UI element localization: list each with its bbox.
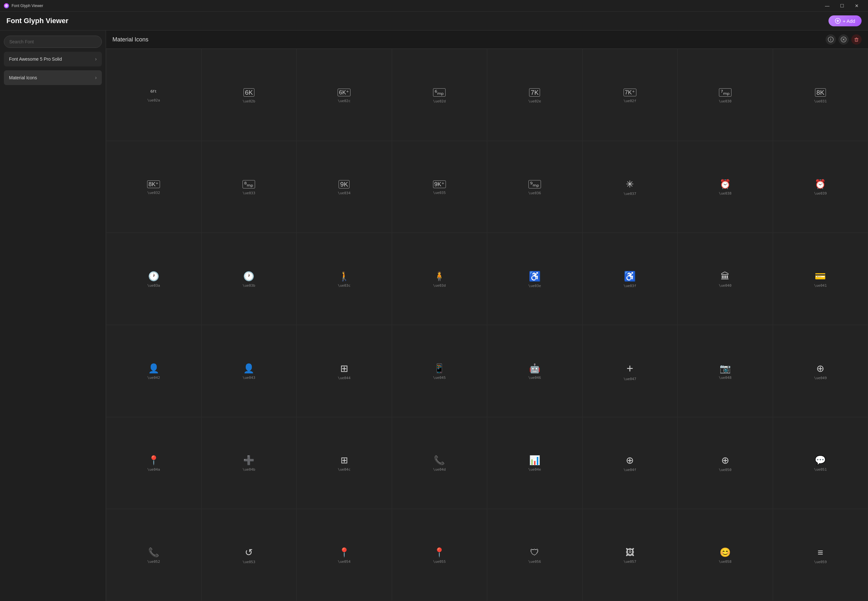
glyph-icon: 📞 (148, 548, 159, 557)
glyph-cell[interactable]: 🕐\ue03a (106, 233, 202, 325)
glyph-cell[interactable]: ⊕\ue049 (773, 325, 868, 417)
glyph-cell[interactable]: 📱\ue045 (392, 325, 487, 417)
glyph-cell[interactable]: 🖼\ue057 (582, 509, 678, 601)
glyph-cell[interactable]: ⏰\ue039 (773, 141, 868, 233)
glyph-cell[interactable]: ⏰\ue038 (677, 141, 773, 233)
glyph-icon: 7K (529, 88, 540, 97)
glyph-cell[interactable]: ⁶ₘₚ\ue02d (392, 49, 487, 141)
glyph-cell[interactable]: 7K\ue02e (487, 49, 582, 141)
glyph-cell[interactable]: ⁹ₘₚ\ue036 (487, 141, 582, 233)
glyph-code: \ue047 (623, 377, 636, 381)
glyph-cell[interactable]: ⁶ᶠᵗ\ue02a (106, 49, 202, 141)
glyph-cell[interactable]: 9K\ue034 (296, 141, 392, 233)
glyph-cell[interactable]: 6K\ue02b (202, 49, 297, 141)
glyph-cell[interactable]: ♿\ue03f (582, 233, 678, 325)
glyph-code: \ue02b (243, 99, 255, 104)
glyph-cell[interactable]: 📍\ue055 (392, 509, 487, 601)
glyph-icon: 📊 (529, 456, 540, 465)
glyph-cell[interactable]: 📍\ue054 (296, 509, 392, 601)
glyph-cell[interactable]: ⁸ₘₚ\ue033 (202, 141, 297, 233)
add-button[interactable]: + Add (828, 15, 862, 26)
dismiss-button[interactable] (839, 34, 849, 45)
glyph-icon: 🤖 (529, 364, 540, 373)
glyph-cell[interactable]: 9K⁺\ue035 (392, 141, 487, 233)
glyph-icon: ⊕ (816, 364, 824, 374)
glyph-cell[interactable]: 📍\ue04a (106, 417, 202, 509)
sidebar-item-font-awesome[interactable]: Font Awesome 5 Pro Solid › (4, 52, 102, 66)
glyph-cell[interactable]: 📞\ue04d (392, 417, 487, 509)
glyph-icon: 📱 (434, 364, 445, 373)
glyph-code: \ue054 (338, 560, 350, 564)
title-bar: Font Glyph Viewer — ☐ ✕ (0, 0, 868, 12)
glyph-cell[interactable]: 😊\ue058 (677, 509, 773, 601)
glyph-cell[interactable]: +\ue047 (582, 325, 678, 417)
svg-rect-11 (855, 38, 858, 41)
glyph-cell[interactable]: ♿\ue03e (487, 233, 582, 325)
content-title: Material Icons (112, 36, 148, 43)
glyph-cell[interactable]: 6K⁺\ue02c (296, 49, 392, 141)
glyph-icon: 💳 (815, 272, 826, 281)
glyph-cell[interactable]: ✳\ue037 (582, 141, 678, 233)
glyph-code: \ue050 (718, 468, 732, 472)
glyph-cell[interactable]: 🕐\ue03b (202, 233, 297, 325)
glyph-icon: ⁷ₘₚ (719, 88, 732, 97)
glyph-cell[interactable]: 8K⁺\ue032 (106, 141, 202, 233)
glyph-code: \ue058 (718, 560, 732, 564)
glyph-code: \ue032 (147, 191, 160, 195)
glyph-code: \ue02d (433, 99, 446, 104)
close-button[interactable]: ✕ (850, 0, 864, 12)
glyph-icon: ⁶ₘₚ (433, 88, 446, 97)
glyph-cell[interactable]: 8K\ue031 (773, 49, 868, 141)
glyph-code: \ue044 (338, 376, 350, 380)
glyph-cell[interactable]: 🛡\ue056 (487, 509, 582, 601)
glyph-code: \ue02a (147, 98, 160, 102)
glyph-cell[interactable]: 💳\ue041 (773, 233, 868, 325)
glyph-icon: ⊞ (341, 456, 348, 465)
glyph-code: \ue04a (147, 467, 160, 471)
glyph-cell[interactable]: 📷\ue048 (677, 325, 773, 417)
search-input[interactable] (4, 36, 102, 48)
glyph-cell[interactable]: 🚶\ue03c (296, 233, 392, 325)
sidebar-item-material-icons[interactable]: Material Icons › (4, 70, 102, 85)
glyph-cell[interactable]: 7K⁺\ue02f (582, 49, 678, 141)
content-header: Material Icons i (106, 31, 868, 49)
delete-button[interactable] (851, 34, 862, 45)
content-actions: i (825, 34, 862, 45)
glyph-code: \ue059 (814, 560, 827, 564)
glyph-cell[interactable]: 🧍\ue03d (392, 233, 487, 325)
glyph-code: \ue040 (718, 284, 732, 288)
x-circle-icon (841, 37, 847, 43)
glyph-code: \ue039 (814, 191, 827, 195)
glyph-cell[interactable]: 🏛\ue040 (677, 233, 773, 325)
glyph-cell[interactable]: ⊕\ue04f (582, 417, 678, 509)
glyph-code: \ue030 (718, 99, 732, 104)
add-icon (835, 18, 841, 24)
glyph-cell[interactable]: 💬\ue051 (773, 417, 868, 509)
glyph-code: \ue034 (338, 191, 350, 195)
glyph-cell[interactable]: 🤖\ue046 (487, 325, 582, 417)
glyph-cell[interactable]: 👤\ue043 (202, 325, 297, 417)
glyph-cell[interactable]: 📞\ue052 (106, 509, 202, 601)
glyph-code: \ue031 (814, 99, 827, 104)
glyph-icon: 👤 (243, 364, 254, 373)
glyph-icon: + (627, 363, 633, 374)
glyph-cell[interactable]: 📊\ue04e (487, 417, 582, 509)
glyph-cell[interactable]: ↺\ue053 (202, 509, 297, 601)
glyph-cell[interactable]: ➕\ue04b (202, 417, 297, 509)
info-button[interactable]: i (825, 34, 836, 45)
glyph-cell[interactable]: ≡\ue059 (773, 509, 868, 601)
info-icon: i (828, 37, 834, 43)
glyph-icon: 🧍 (434, 272, 445, 281)
glyph-code: \ue057 (623, 560, 636, 564)
minimize-button[interactable]: — (820, 0, 834, 12)
glyph-icon: ⁶ᶠᵗ (150, 89, 157, 96)
glyph-cell[interactable]: ⊕\ue050 (677, 417, 773, 509)
glyph-cell[interactable]: ⊞\ue044 (296, 325, 392, 417)
glyph-cell[interactable]: 👤\ue042 (106, 325, 202, 417)
glyph-icon: 📍 (434, 548, 445, 557)
maximize-button[interactable]: ☐ (834, 0, 850, 12)
glyph-cell[interactable]: ⁷ₘₚ\ue030 (677, 49, 773, 141)
title-bar-left: Font Glyph Viewer (4, 3, 43, 8)
glyph-cell[interactable]: ⊞\ue04c (296, 417, 392, 509)
glyph-code: \ue042 (147, 376, 160, 380)
